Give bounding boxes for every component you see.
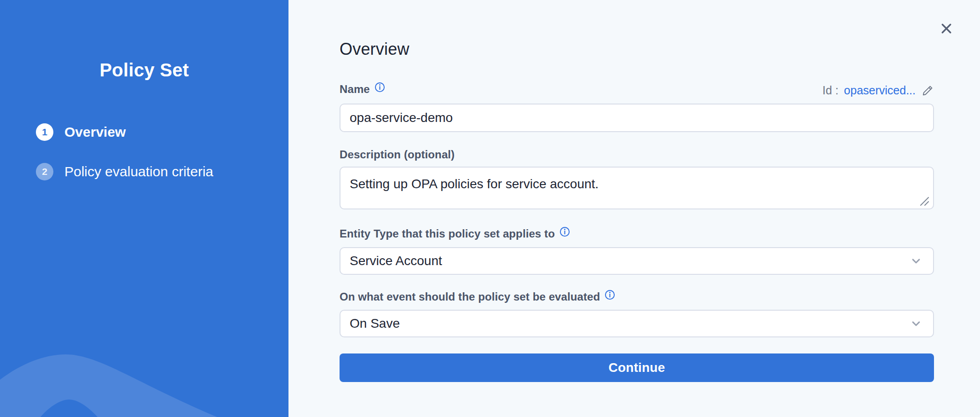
info-icon[interactable] [605, 290, 615, 300]
wave-decoration [0, 339, 288, 417]
info-icon[interactable] [375, 82, 385, 93]
event-label: On what event should the policy set be e… [340, 290, 600, 303]
event-select[interactable]: On Save [340, 310, 934, 337]
chevron-down-icon [909, 317, 923, 330]
description-textarea[interactable]: Setting up OPA policies for service acco… [340, 167, 934, 209]
sidebar-step-policy-evaluation-criteria[interactable]: 2 Policy evaluation criteria [36, 163, 213, 180]
step-1-label: Overview [64, 124, 126, 140]
event-selected-value: On Save [350, 316, 400, 331]
step-1-badge: 1 [36, 123, 53, 141]
chevron-down-icon [909, 254, 923, 268]
info-icon[interactable] [559, 226, 570, 237]
name-input[interactable] [340, 104, 934, 132]
name-label-row: Name [340, 82, 385, 97]
name-label: Name [340, 83, 370, 96]
continue-button[interactable]: Continue [340, 353, 934, 382]
pencil-icon[interactable] [921, 84, 934, 97]
step-2-label: Policy evaluation criteria [64, 164, 213, 180]
page-title: Overview [340, 40, 409, 59]
id-row: Id : opaserviced... [823, 82, 934, 98]
close-icon [939, 21, 954, 36]
id-value-link[interactable]: opaserviced... [844, 84, 916, 97]
entity-type-label: Entity Type that this policy set applies… [340, 227, 555, 240]
close-button[interactable] [936, 18, 957, 39]
overview-panel: Overview Name Id : opaserviced... Descri… [288, 0, 980, 417]
entity-type-label-row: Entity Type that this policy set applies… [340, 226, 570, 241]
policy-set-modal: Policy Set 1 Overview 2 Policy evaluatio… [0, 0, 980, 417]
id-prefix-label: Id : [823, 84, 839, 97]
step-2-badge: 2 [36, 163, 53, 180]
sidebar: Policy Set 1 Overview 2 Policy evaluatio… [0, 0, 288, 417]
sidebar-title: Policy Set [0, 60, 288, 81]
entity-type-select[interactable]: Service Account [340, 247, 934, 275]
description-label-row: Description (optional) [340, 147, 455, 162]
event-label-row: On what event should the policy set be e… [340, 290, 615, 304]
sidebar-step-overview[interactable]: 1 Overview [36, 123, 126, 141]
description-label: Description (optional) [340, 148, 455, 161]
entity-type-selected-value: Service Account [350, 254, 442, 268]
